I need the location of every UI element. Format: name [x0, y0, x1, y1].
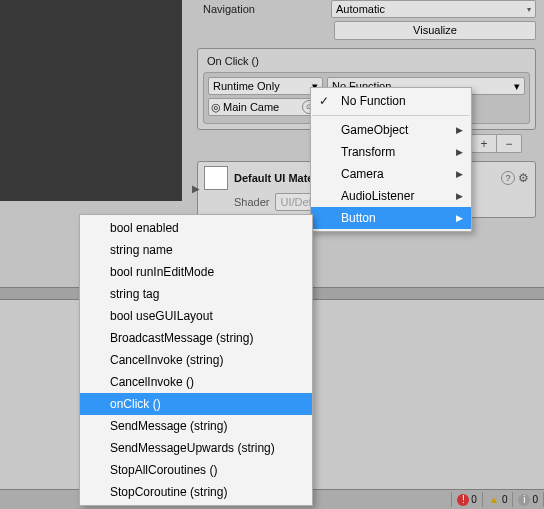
chevron-right-icon: ▶	[456, 191, 463, 201]
menu-item-label: AudioListener	[341, 189, 414, 203]
function-category-menu[interactable]: ✓No FunctionGameObject▶Transform▶Camera▶…	[310, 87, 472, 232]
chevron-down-icon: ▾	[514, 80, 520, 93]
remove-callback-button[interactable]: −	[497, 134, 522, 153]
menu-item-cancelinvoke-string[interactable]: CancelInvoke (string)	[80, 349, 312, 371]
target-object-name: Main Came	[223, 101, 279, 113]
menu-item-onclick[interactable]: onClick ()	[80, 393, 312, 415]
menu-item-transform[interactable]: Transform▶	[311, 141, 471, 163]
menu-item-stopcoroutine-string[interactable]: StopCoroutine (string)	[80, 481, 312, 503]
menu-item-sendmessageupwards-string[interactable]: SendMessageUpwards (string)	[80, 437, 312, 459]
menu-item-label: string tag	[110, 287, 159, 301]
menu-item-no-function[interactable]: ✓No Function	[311, 90, 471, 112]
gear-icon[interactable]: ⚙	[518, 171, 529, 185]
menu-item-cancelinvoke[interactable]: CancelInvoke ()	[80, 371, 312, 393]
callstate-dropdown[interactable]: Runtime Only ▾	[208, 77, 323, 95]
menu-item-label: SendMessageUpwards (string)	[110, 441, 275, 455]
object-icon: ◎	[211, 101, 221, 114]
check-icon: ✓	[319, 94, 329, 108]
disclosure-triangle[interactable]: ▶	[192, 183, 200, 194]
shader-label: Shader	[234, 196, 269, 208]
error-icon: !	[457, 494, 469, 506]
function-submenu[interactable]: bool enabledstring namebool runInEditMod…	[79, 214, 313, 506]
menu-item-label: bool useGUILayout	[110, 309, 213, 323]
menu-item-broadcastmessage-string[interactable]: BroadcastMessage (string)	[80, 327, 312, 349]
menu-item-label: CancelInvoke ()	[110, 375, 194, 389]
menu-separator	[312, 115, 470, 116]
menu-item-string-tag[interactable]: string tag	[80, 283, 312, 305]
menu-item-label: Button	[341, 211, 376, 225]
menu-item-label: bool enabled	[110, 221, 179, 235]
menu-item-stopallcoroutines[interactable]: StopAllCoroutines ()	[80, 459, 312, 481]
chevron-down-icon: ▾	[527, 5, 531, 14]
menu-item-label: BroadcastMessage (string)	[110, 331, 253, 345]
menu-item-bool-runineditmode[interactable]: bool runInEditMode	[80, 261, 312, 283]
menu-item-bool-enabled[interactable]: bool enabled	[80, 217, 312, 239]
menu-item-label: Transform	[341, 145, 395, 159]
menu-item-button[interactable]: Button▶	[311, 207, 471, 229]
error-count: 0	[471, 494, 477, 505]
chevron-right-icon: ▶	[456, 169, 463, 179]
callstate-value: Runtime Only	[213, 80, 280, 92]
add-callback-button[interactable]: +	[471, 134, 497, 153]
menu-item-label: bool runInEditMode	[110, 265, 214, 279]
menu-item-audiolistener[interactable]: AudioListener▶	[311, 185, 471, 207]
navigation-label: Navigation	[185, 3, 331, 15]
chevron-right-icon: ▶	[456, 147, 463, 157]
navigation-dropdown[interactable]: Automatic ▾	[331, 0, 536, 18]
chevron-right-icon: ▶	[456, 125, 463, 135]
help-icon[interactable]: ?	[501, 171, 515, 185]
info-count: 0	[532, 494, 538, 505]
error-counter[interactable]: ! 0	[451, 492, 482, 507]
info-counter[interactable]: i 0	[512, 492, 544, 507]
warning-count: 0	[502, 494, 508, 505]
menu-item-gameobject[interactable]: GameObject▶	[311, 119, 471, 141]
navigation-value: Automatic	[336, 3, 385, 15]
menu-item-string-name[interactable]: string name	[80, 239, 312, 261]
menu-item-label: StopAllCoroutines ()	[110, 463, 217, 477]
visualize-button[interactable]: Visualize	[334, 21, 536, 40]
warning-counter[interactable]: ▲ 0	[482, 492, 513, 507]
material-preview	[204, 166, 228, 190]
menu-item-label: SendMessage (string)	[110, 419, 227, 433]
chevron-right-icon: ▶	[456, 213, 463, 223]
menu-item-label: No Function	[341, 94, 406, 108]
menu-item-label: StopCoroutine (string)	[110, 485, 227, 499]
info-icon: i	[518, 494, 530, 506]
menu-item-label: Camera	[341, 167, 384, 181]
onclick-event-title: On Click ()	[203, 52, 530, 72]
menu-item-sendmessage-string[interactable]: SendMessage (string)	[80, 415, 312, 437]
menu-item-camera[interactable]: Camera▶	[311, 163, 471, 185]
menu-item-label: CancelInvoke (string)	[110, 353, 223, 367]
menu-item-bool-useguilayout[interactable]: bool useGUILayout	[80, 305, 312, 327]
left-viewport	[0, 0, 182, 201]
warning-icon: ▲	[488, 494, 500, 506]
menu-item-label: onClick ()	[110, 397, 161, 411]
menu-item-label: string name	[110, 243, 173, 257]
target-object-field[interactable]: ◎ Main Came ⊙	[208, 98, 319, 116]
menu-item-label: GameObject	[341, 123, 408, 137]
